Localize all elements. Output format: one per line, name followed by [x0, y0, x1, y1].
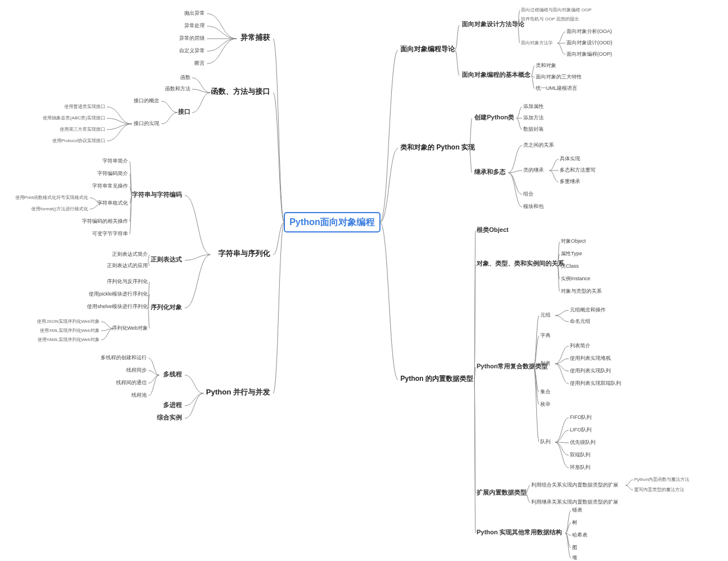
leaf: 哈希表: [572, 532, 588, 538]
leaf: 类和对象: [536, 63, 556, 68]
node[interactable]: 面向对象编程的基本概念: [461, 71, 531, 78]
leaf: 使用YAML实现序列化Web对象: [38, 337, 100, 342]
l1-func[interactable]: 函数、方法与接口: [211, 87, 270, 95]
leaf: 队列: [540, 439, 551, 444]
leaf: 实例Instance: [561, 276, 590, 281]
node[interactable]: 扩展内置数据类型: [476, 489, 527, 496]
node[interactable]: 对象、类型、类和实例间的关系: [476, 260, 565, 267]
leaf: 具体实现: [560, 156, 580, 161]
leaf: 使用pickle模块进行序列化: [89, 291, 148, 297]
leaf: 异常处理: [184, 23, 205, 28]
leaf: 使用第三方库实现接口: [60, 127, 105, 132]
leaf: 模块和包: [523, 203, 544, 209]
leaf: 列表: [540, 360, 551, 366]
leaf: 图: [572, 545, 577, 550]
leaf: 利用继承关系实现内置数据类型的扩展: [531, 499, 618, 505]
leaf: 优先级队列: [570, 439, 595, 445]
node[interactable]: 根类Object: [476, 226, 509, 233]
leaf: 面向对象设计(OOD): [566, 40, 613, 45]
leaf: 重写内置类型的魔法方法: [634, 487, 684, 492]
leaf: 正则表达式简介: [112, 251, 148, 257]
leaf: 使用format()方法进行格式化: [31, 206, 88, 211]
node[interactable]: 创建Python类: [474, 114, 514, 120]
leaf: 可变字节字符串: [92, 231, 128, 236]
leaf: 统一UML建模语言: [536, 85, 577, 91]
leaf: LIFO队列: [570, 427, 592, 433]
leaf: 链表: [572, 507, 582, 513]
leaf: 对象Object: [561, 238, 586, 244]
leaf: 线程池: [131, 392, 147, 398]
leaf: 函数和方法: [165, 86, 191, 92]
node-strenc[interactable]: 字符串与字符编码: [132, 191, 182, 198]
leaf: 抛出异常: [184, 10, 205, 16]
l1-string[interactable]: 字符串与序列化: [218, 249, 271, 257]
leaf: 利用组合关系实现内置数据类型的扩展: [531, 482, 618, 488]
leaf: 面向对象分析(OOA): [566, 28, 612, 34]
leaf: 字典: [540, 333, 551, 338]
leaf: 异常的层级: [179, 35, 205, 41]
l1-class-impl[interactable]: 类和对象的 Python 实现: [400, 143, 475, 151]
leaf: 序列化与反序列化: [107, 279, 148, 284]
leaf: 使用Print函数格式化符号实现格式化: [15, 195, 88, 200]
leaf: 对象与类型的关系: [561, 288, 602, 294]
leaf: 函数: [180, 74, 191, 80]
connector-group: [90, 10, 633, 558]
leaf: 组合: [523, 191, 533, 197]
leaf: 使用Protocol协议实现接口: [52, 138, 105, 143]
leaf: 使用列表实现双端队列: [570, 380, 621, 386]
leaf: 面向对象的三大特性: [536, 74, 582, 80]
leaf: 软件危机与 OOP 思想的提出: [521, 16, 579, 22]
l1-parallel[interactable]: Python 并行与并发: [206, 388, 270, 396]
node[interactable]: Python常用复合数据类型: [477, 363, 548, 369]
leaf: 环形队列: [570, 464, 590, 470]
leaf: 双端队列: [570, 452, 590, 458]
leaf: 面向过程编程与面向对象编程 OOP: [521, 7, 592, 13]
leaf: 元组概念和操作: [570, 307, 606, 313]
leaf: 面向对象编程(OOP): [566, 51, 612, 57]
node-combo[interactable]: 综合实例: [156, 414, 182, 421]
leaf: 元组: [540, 312, 551, 318]
leaf: 使用shelve模块进行序列化: [87, 304, 148, 309]
leaf: 枚举: [540, 401, 551, 407]
leaf: 属性Type: [561, 251, 582, 256]
root-label: Python面向对象编程: [289, 217, 375, 227]
l1-oop-intro[interactable]: 面向对象编程导论: [400, 45, 456, 53]
leaf: FIFO队列: [570, 414, 592, 420]
leaf: 字符串格式化: [97, 200, 128, 206]
node-regex[interactable]: 正则表达式: [150, 256, 182, 263]
leaf: 树: [572, 520, 577, 525]
node-interface[interactable]: 接口: [177, 108, 191, 115]
node-thread[interactable]: 多线程: [163, 371, 182, 377]
leaf: 数据封装: [523, 126, 544, 132]
leaf: Python内置函数与魔法方法: [634, 477, 689, 482]
leaf: 类的继承: [523, 167, 544, 173]
l1-exception[interactable]: 异常捕获: [240, 33, 270, 41]
leaf: 列表简介: [570, 343, 590, 348]
leaf: 添加方法: [523, 115, 544, 120]
leaf: 堆: [572, 555, 577, 560]
leaf: 字符编码的相关操作: [82, 218, 128, 224]
leaf: 多重继承: [560, 178, 580, 184]
leaf: 自定义异常: [179, 48, 205, 53]
leaf: 断言: [195, 60, 205, 66]
leaf: 使用抽象基类(ABC类)实现接口: [43, 115, 105, 120]
leaf: 线程间的通信: [116, 380, 147, 385]
leaf: 集合: [540, 389, 551, 394]
leaf: 字符串常见操作: [92, 183, 128, 189]
node-serial[interactable]: 序列化对象: [150, 304, 182, 310]
leaf: 接口的实现: [134, 120, 159, 126]
leaf: 使用XML实现序列化Web对象: [40, 328, 100, 333]
leaf: 序列化Web对象: [112, 325, 148, 331]
leaf: 正则表达式的应用: [107, 263, 148, 268]
node[interactable]: 继承和多态: [474, 168, 506, 175]
leaf: 字符编码简介: [97, 171, 128, 176]
node[interactable]: 面向对象设计方法导论: [461, 20, 525, 27]
leaf: 类Class: [561, 263, 579, 269]
leaf: 接口的概念: [134, 98, 159, 103]
leaf: 使用普通类实现接口: [64, 104, 105, 109]
leaf: 多态和方法重写: [560, 167, 595, 173]
node-process[interactable]: 多进程: [163, 401, 182, 408]
leaf: 使用列表实现堆栈: [570, 355, 611, 361]
l1-data-types[interactable]: Python 的内置数据类型: [400, 375, 473, 383]
node[interactable]: Python 实现其他常用数据结构: [477, 529, 562, 536]
